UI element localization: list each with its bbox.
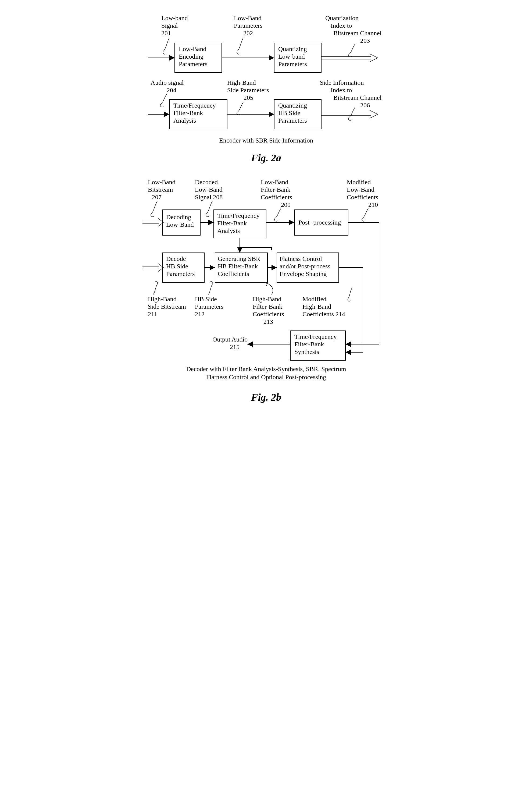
box-gen-sbr-t1: Generating SBR — [218, 255, 260, 262]
box-tf-synth-t2: Filter-Bank — [294, 341, 324, 348]
label-207: Low-Band Bitstream 207 — [148, 179, 175, 217]
svg-text:Modified: Modified — [302, 296, 326, 302]
label-205: High-Band Side Parameters 205 — [227, 79, 269, 115]
svg-text:213: 213 — [263, 318, 273, 325]
svg-text:203: 203 — [360, 37, 370, 44]
svg-text:Audio signal: Audio signal — [151, 79, 184, 86]
svg-text:Index to: Index to — [331, 22, 352, 29]
box-gen-sbr-t2: HB Filter-Bank — [218, 263, 258, 270]
box-quant-lb-t2: Low-band — [278, 53, 305, 60]
box-tf-analysis-a-t2: Filter-Bank — [173, 110, 203, 116]
label-212: HB Side Parameters 212 — [195, 282, 224, 318]
svg-text:206: 206 — [360, 102, 370, 109]
box-dec-lb-t1: Decoding — [166, 213, 191, 221]
label-213: High-Band Filter-Bank Coefficients 213 — [253, 283, 284, 325]
path-tf-down — [240, 238, 271, 250]
svg-text:209: 209 — [281, 201, 290, 208]
label-214: Modified High-Band Coefficients 214 — [302, 288, 352, 318]
svg-text:Low-Band: Low-Band — [261, 179, 288, 186]
box-dec-hb-t2: HB Side — [166, 263, 188, 270]
box-quant-hb-t3: Parameters — [278, 117, 307, 124]
svg-text:High-Band: High-Band — [148, 296, 177, 302]
svg-text:Filter-Bank: Filter-Bank — [261, 186, 290, 193]
svg-text:212: 212 — [195, 311, 205, 318]
box-tf-synth-t3: Synthesis — [294, 348, 319, 355]
svg-text:Coefficients: Coefficients — [253, 311, 284, 318]
caption-2b-l2: Flatness Control and Optional Post-proce… — [206, 374, 326, 380]
svg-text:Quantization: Quantization — [325, 15, 359, 21]
svg-text:Decoded: Decoded — [195, 179, 218, 186]
svg-text:Side Information: Side Information — [320, 79, 364, 86]
box-quant-hb-t2: HB Side — [278, 110, 300, 116]
svg-text:High-Band: High-Band — [253, 296, 282, 302]
label-208: Decoded Low-Band Signal 208 — [195, 179, 223, 217]
svg-text:202: 202 — [243, 30, 253, 37]
label-206: Side Information Index to Bitstream Chan… — [320, 79, 382, 120]
svg-text:Side Bitstream: Side Bitstream — [148, 303, 186, 310]
fig-2b: Low-Band Bitstream 207 Decoded Low-Band … — [137, 172, 395, 414]
box-lb-enc-text1: Low-Band — [179, 45, 207, 53]
svg-text:Low-band: Low-band — [161, 15, 188, 21]
box-quant-lb-t3: Parameters — [278, 60, 307, 68]
svg-text:211: 211 — [148, 311, 157, 318]
svg-text:Signal  208: Signal 208 — [195, 194, 223, 201]
double-arrow-203 — [321, 54, 378, 62]
box-dec-hb-t1: Decode — [166, 255, 186, 262]
svg-text:Side Parameters: Side Parameters — [227, 87, 269, 94]
svg-text:Low-Band: Low-Band — [148, 179, 175, 186]
box-lb-enc-text3: Parameters — [179, 60, 208, 68]
box-flatness-t3: Envelope Shaping — [280, 270, 327, 277]
svg-text:Parameters: Parameters — [234, 22, 263, 29]
box-post-proc-t1: Post- processing — [298, 219, 341, 226]
svg-text:Coefficients  214: Coefficients 214 — [302, 311, 345, 318]
svg-text:201: 201 — [161, 30, 171, 37]
box-flatness-t2: and/or Post-process — [280, 263, 330, 270]
box-tf-analysis-b-t3: Analysis — [217, 227, 240, 234]
box-dec-lb-t2: Low-Band — [166, 221, 194, 228]
box-lb-enc-text2: Encoding — [179, 53, 204, 60]
label-209: Low-Band Filter-Bank Coefficients 209 — [261, 179, 292, 221]
svg-text:Index to: Index to — [331, 87, 352, 94]
svg-text:Low-Band: Low-Band — [347, 186, 375, 193]
svg-text:Bitstream Channel: Bitstream Channel — [333, 30, 382, 37]
svg-text:Coefficients: Coefficients — [261, 194, 292, 201]
label-202: Low-Band Parameters 202 — [234, 15, 263, 54]
double-arrow-in-hb — [142, 264, 164, 271]
box-tf-analysis-a-t3: Analysis — [173, 117, 196, 124]
box-gen-sbr-t3: Coefficients — [218, 270, 249, 277]
label-203: Quantization Index to Bitstream Channel … — [325, 15, 382, 57]
svg-text:Parameters: Parameters — [195, 303, 224, 310]
box-tf-synth-t1: Time/Frequency — [294, 333, 337, 340]
svg-text:High-Band: High-Band — [227, 79, 256, 86]
svg-text:210: 210 — [368, 201, 378, 208]
double-arrow-in-lb — [142, 218, 164, 226]
box-tf-analysis-b-t1: Time/Frequency — [217, 212, 260, 219]
caption-2b-l1: Decoder with Filter Bank Analysis-Synthe… — [186, 365, 346, 372]
svg-text:HB Side: HB Side — [195, 296, 217, 302]
svg-text:Bitstream Channel: Bitstream Channel — [333, 94, 382, 101]
label-211: High-Band Side Bitstream 211 — [148, 282, 186, 318]
svg-text:Modified: Modified — [347, 179, 371, 186]
arrow-flat-synth — [339, 267, 363, 352]
svg-text:High-Band: High-Band — [302, 303, 331, 310]
label-210: Modified Low-Band Coefficients 210 — [347, 179, 378, 221]
svg-text:Bitstream: Bitstream — [148, 186, 173, 193]
svg-text:205: 205 — [244, 94, 253, 101]
svg-text:Coefficients: Coefficients — [347, 194, 378, 201]
box-quant-lb-t1: Quantizing — [278, 45, 307, 53]
box-flatness-t1: Flatness Control — [280, 255, 322, 262]
label-215-text: Output Audio — [212, 336, 248, 343]
fig-title-2a: Fig. 2a — [251, 152, 281, 164]
svg-text:207: 207 — [152, 194, 162, 201]
label-215-num: 215 — [230, 343, 240, 351]
box-dec-hb-t3: Parameters — [166, 270, 195, 277]
svg-text:Low-Band: Low-Band — [234, 15, 262, 21]
svg-text:Signal: Signal — [161, 22, 178, 29]
arrow-post-synth — [345, 222, 379, 344]
box-tf-analysis-a-t1: Time/Frequency — [173, 102, 216, 109]
caption-2a: Encoder with SBR Side Information — [219, 137, 313, 144]
svg-text:Filter-Bank: Filter-Bank — [253, 303, 282, 310]
fig-title-2b: Fig. 2b — [251, 392, 281, 403]
svg-text:Low-Band: Low-Band — [195, 186, 223, 193]
box-quant-hb-t1: Quantizing — [278, 102, 307, 109]
